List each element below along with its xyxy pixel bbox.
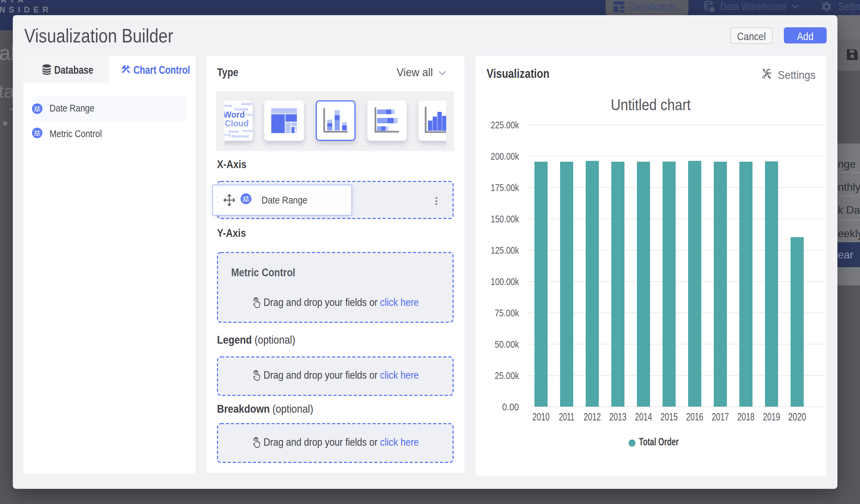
svg-text:150.00k: 150.00k	[491, 213, 519, 225]
svg-text:75.00k: 75.00k	[495, 307, 519, 318]
svg-text:175.00k: 175.00k	[491, 182, 519, 193]
svg-text:2017: 2017	[712, 411, 729, 423]
svg-text:25.00k: 25.00k	[495, 370, 519, 381]
svg-text:2010: 2010	[532, 411, 550, 423]
svg-text:Untitled chart: Untitled chart	[611, 96, 691, 114]
svg-text:2016: 2016	[686, 411, 703, 423]
svg-text:2014: 2014	[635, 411, 652, 423]
svg-text:50.00k: 50.00k	[495, 339, 519, 350]
svg-text:125.00k: 125.00k	[491, 245, 519, 256]
svg-text:Total Order: Total Order	[639, 436, 679, 448]
svg-text:2020: 2020	[788, 411, 806, 423]
svg-text:2011: 2011	[559, 411, 575, 423]
svg-text:225.00k: 225.00k	[491, 119, 519, 130]
svg-text:2012: 2012	[584, 411, 601, 423]
svg-text:2015: 2015	[660, 411, 678, 423]
svg-text:200.00k: 200.00k	[491, 150, 519, 162]
svg-text:2013: 2013	[609, 411, 627, 423]
svg-text:2018: 2018	[737, 411, 755, 423]
svg-text:0.00: 0.00	[502, 401, 519, 412]
svg-text:2019: 2019	[763, 411, 780, 423]
svg-text:100.00k: 100.00k	[491, 276, 519, 287]
